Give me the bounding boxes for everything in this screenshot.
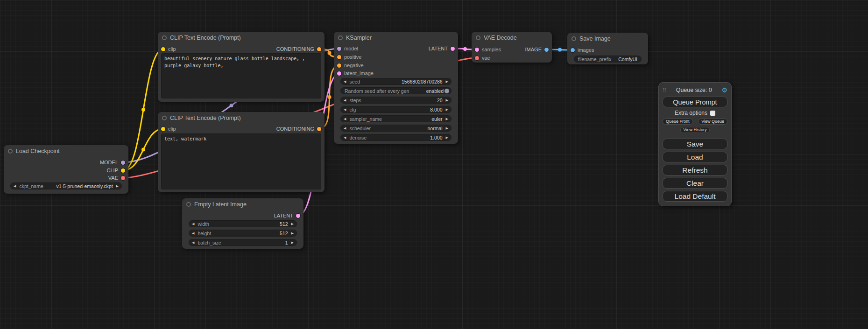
port-dot-latent[interactable] [337, 71, 341, 76]
queue-front-button[interactable]: Queue Front [663, 119, 693, 125]
node-load-checkpoint[interactable]: Load Checkpoint MODEL CLIP VAE ◀ ckpt_na… [4, 145, 128, 194]
decrement-arrow-icon[interactable]: ◀ [192, 231, 194, 235]
input-slot-images[interactable]: images [571, 47, 594, 53]
clear-button[interactable]: Clear [663, 178, 727, 189]
load-default-button[interactable]: Load Default [663, 191, 727, 202]
widget-scheduler[interactable]: ◀ scheduler normal ▶ [340, 125, 452, 132]
input-slot-clip[interactable]: clip [161, 46, 176, 52]
output-slot-conditioning[interactable]: CONDITIONING [276, 126, 321, 132]
output-slot-vae[interactable]: VAE [108, 175, 125, 181]
node-save-image[interactable]: Save Image images filename_prefix ComfyU… [567, 33, 648, 64]
node-empty-latent-image[interactable]: Empty Latent Image LATENT ◀ width 512 ▶ … [182, 198, 303, 249]
node-title-bar[interactable]: CLIP Text Encode (Prompt) [158, 32, 325, 44]
node-vae-decode[interactable]: VAE Decode samples vae IMAGE [472, 32, 552, 63]
node-title-bar[interactable]: Empty Latent Image [182, 198, 303, 210]
output-slot-model[interactable]: MODEL [100, 159, 125, 166]
save-button[interactable]: Save [663, 139, 727, 149]
port-dot-conditioning[interactable] [337, 63, 341, 68]
queue-prompt-button[interactable]: Queue Prompt [663, 97, 727, 107]
port-dot-model[interactable] [337, 47, 341, 51]
port-dot-image[interactable] [571, 48, 575, 52]
input-slot-latent-image[interactable]: latent_image [337, 70, 374, 77]
view-queue-button[interactable]: View Queue [698, 119, 727, 125]
collapse-dot[interactable] [8, 149, 13, 154]
decrement-arrow-icon[interactable]: ◀ [192, 222, 194, 225]
collapse-dot[interactable] [162, 116, 167, 120]
extra-options-checkbox[interactable] [710, 111, 715, 116]
node-ksampler[interactable]: KSampler model positive negative latent_… [334, 32, 458, 144]
widget-filename-prefix[interactable]: filename_prefix ComfyUI [574, 56, 642, 63]
output-slot-latent[interactable]: LATENT [429, 45, 455, 52]
node-title-bar[interactable]: CLIP Text Encode (Prompt) [158, 112, 325, 124]
node-graph-canvas[interactable]: Load Checkpoint MODEL CLIP VAE ◀ ckpt_na… [0, 0, 868, 329]
toggle-ball[interactable] [445, 89, 449, 93]
increment-arrow-icon[interactable]: ▶ [291, 222, 294, 225]
input-slot-clip[interactable]: clip [161, 126, 176, 132]
node-clip-text-encode-negative[interactable]: CLIP Text Encode (Prompt) clip CONDITION… [158, 112, 325, 192]
port-dot-clip[interactable] [121, 168, 125, 173]
port-dot-latent[interactable] [475, 48, 479, 52]
port-dot-latent[interactable] [296, 214, 300, 218]
port-dot-latent[interactable] [451, 47, 455, 51]
node-title-bar[interactable]: KSampler [334, 32, 458, 44]
increment-arrow-icon[interactable]: ▶ [116, 184, 119, 188]
port-dot-vae[interactable] [475, 56, 479, 60]
widget-batch-size[interactable]: ◀ batch_size 1 ▶ [189, 239, 297, 246]
collapse-dot[interactable] [338, 35, 343, 40]
increment-arrow-icon[interactable]: ▶ [291, 231, 294, 235]
output-slot-clip[interactable]: CLIP [107, 167, 125, 174]
prompt-textarea[interactable]: text, watermark [161, 133, 321, 189]
input-slot-model[interactable]: model [337, 45, 358, 52]
output-slot-latent[interactable]: LATENT [274, 212, 300, 219]
port-dot-model[interactable] [121, 161, 125, 165]
decrement-arrow-icon[interactable]: ◀ [344, 117, 346, 120]
collapse-dot[interactable] [162, 35, 167, 40]
input-slot-vae[interactable]: vae [475, 55, 490, 61]
port-dot-clip[interactable] [161, 127, 165, 131]
decrement-arrow-icon[interactable]: ◀ [344, 126, 346, 130]
collapse-dot[interactable] [186, 202, 191, 207]
load-button[interactable]: Load [663, 152, 727, 162]
decrement-arrow-icon[interactable]: ◀ [344, 80, 346, 83]
port-dot-conditioning[interactable] [337, 55, 341, 59]
collapse-dot[interactable] [476, 35, 480, 40]
drag-handle-icon[interactable]: ⠿ [663, 87, 666, 93]
decrement-arrow-icon[interactable]: ◀ [14, 184, 16, 188]
widget-seed[interactable]: ◀ seed 156680208700286 ▶ [340, 78, 452, 85]
increment-arrow-icon[interactable]: ▶ [446, 80, 448, 83]
node-title-bar[interactable]: VAE Decode [472, 32, 552, 44]
input-slot-negative[interactable]: negative [337, 62, 364, 69]
port-dot-conditioning[interactable] [317, 47, 321, 51]
decrement-arrow-icon[interactable]: ◀ [344, 98, 346, 102]
decrement-arrow-icon[interactable]: ◀ [344, 136, 346, 139]
port-dot-clip[interactable] [161, 47, 165, 51]
increment-arrow-icon[interactable]: ▶ [446, 108, 448, 111]
port-dot-image[interactable] [544, 48, 549, 52]
port-dot-conditioning[interactable] [317, 127, 321, 131]
decrement-arrow-icon[interactable]: ◀ [192, 241, 194, 244]
increment-arrow-icon[interactable]: ▶ [291, 241, 294, 244]
widget-steps[interactable]: ◀ steps 20 ▶ [340, 97, 452, 104]
widget-cfg[interactable]: ◀ cfg 8.000 ▶ [340, 106, 452, 113]
output-slot-conditioning[interactable]: CONDITIONING [276, 46, 321, 52]
collapse-dot[interactable] [572, 36, 576, 41]
widget-height[interactable]: ◀ height 512 ▶ [189, 230, 297, 237]
input-slot-samples[interactable]: samples [475, 46, 501, 53]
view-history-button[interactable]: View History [680, 127, 710, 133]
prompt-textarea[interactable]: beautiful scenery nature glass bottle la… [161, 53, 321, 98]
port-dot-vae[interactable] [121, 176, 125, 180]
increment-arrow-icon[interactable]: ▶ [446, 136, 448, 139]
increment-arrow-icon[interactable]: ▶ [446, 98, 448, 102]
widget-denoise[interactable]: ◀ denoise 1.000 ▶ [340, 134, 452, 141]
node-title-bar[interactable]: Save Image [567, 33, 648, 45]
gear-icon[interactable]: ⚙ [721, 86, 727, 94]
refresh-button[interactable]: Refresh [663, 165, 727, 175]
widget-width[interactable]: ◀ width 512 ▶ [189, 220, 297, 227]
increment-arrow-icon[interactable]: ▶ [446, 126, 448, 130]
decrement-arrow-icon[interactable]: ◀ [344, 108, 346, 111]
output-slot-image[interactable]: IMAGE [525, 46, 549, 53]
increment-arrow-icon[interactable]: ▶ [446, 117, 448, 120]
node-clip-text-encode-positive[interactable]: CLIP Text Encode (Prompt) clip CONDITION… [158, 32, 325, 102]
node-title-bar[interactable]: Load Checkpoint [4, 145, 128, 157]
widget-sampler-name[interactable]: ◀ sampler_name euler ▶ [340, 115, 452, 122]
